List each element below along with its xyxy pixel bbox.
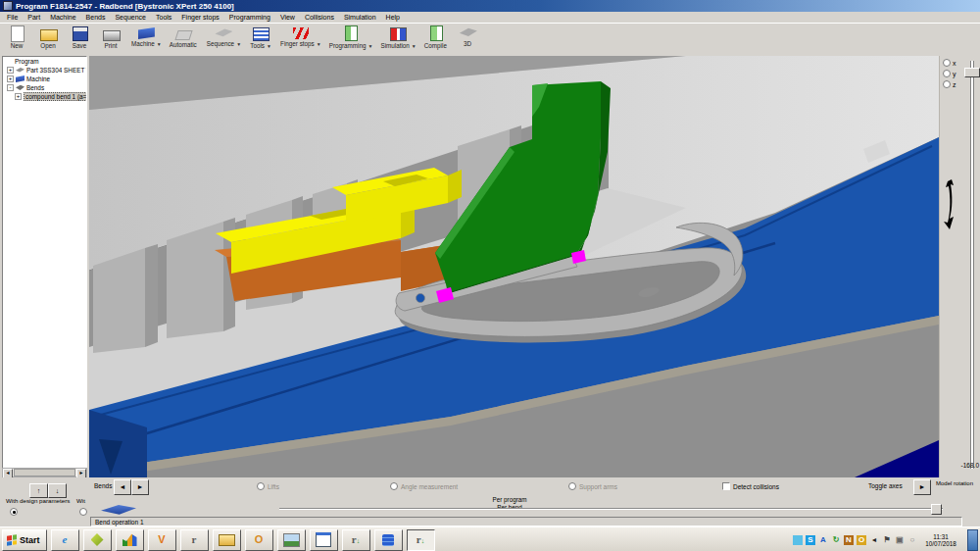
outlook[interactable]: O (245, 529, 273, 551)
toolbar-button[interactable]: 3D (453, 25, 484, 48)
menu-item[interactable]: Simulation (339, 12, 381, 23)
lifts-radio[interactable] (257, 482, 265, 490)
toolbar-button[interactable]: Automatic (166, 25, 203, 49)
without-parameters-radio[interactable] (79, 508, 87, 516)
onenote[interactable]: N (844, 535, 854, 545)
3d-viewport[interactable] (89, 56, 939, 477)
tree-item[interactable]: - Bends (3, 83, 86, 92)
next-bend-button[interactable]: ► (131, 479, 149, 495)
toggle-axes-button[interactable]: ► (913, 479, 931, 495)
tree-item[interactable]: + Part 3SS304 SHEET TO (3, 66, 86, 75)
detect-collisions-option[interactable]: Detect collisions (722, 482, 779, 490)
support-arms-radio[interactable] (568, 482, 576, 490)
detect-collisions-checkbox[interactable] (722, 482, 730, 490)
program-tree: Program + Part 3SS304 SHEET TO + Machine… (2, 56, 87, 472)
axis-radio[interactable] (943, 80, 951, 88)
network[interactable]: ▣ (895, 535, 905, 545)
toolbar-button[interactable]: Open (33, 25, 65, 50)
print-icon (103, 30, 121, 41)
rotate-cursor-icon (942, 179, 957, 230)
simulation-scene (89, 56, 939, 477)
clock-date: 10/07/2018 (920, 540, 961, 547)
simulation-trackbar-thumb[interactable] (931, 504, 942, 515)
radbend-active[interactable]: r (407, 529, 435, 551)
toolbar-button[interactable]: Simulation▼ (376, 25, 419, 50)
toolbar-button[interactable]: Finger stops▼ (276, 25, 325, 48)
folder[interactable] (213, 529, 241, 551)
axis-option[interactable]: z (943, 80, 980, 88)
internet-explorer[interactable]: e (51, 529, 79, 551)
dropdown-arrow-icon: ▼ (236, 41, 241, 47)
vero[interactable]: V (148, 529, 176, 551)
menu-item[interactable]: Tools (151, 12, 176, 23)
axis-radio[interactable] (943, 59, 951, 67)
skype[interactable]: S (806, 535, 815, 545)
sequence-icon (215, 25, 232, 39)
menu-item[interactable]: Help (381, 12, 405, 23)
tree-expander[interactable]: + (7, 67, 14, 74)
toolbar-button[interactable]: Machine▼ (127, 25, 166, 48)
toolbar-button[interactable]: Programming▼ (325, 25, 377, 50)
tree-expander[interactable]: + (7, 75, 14, 82)
menu-item[interactable]: Machine (45, 12, 80, 23)
status-text: Bend operation 1 (95, 519, 144, 526)
flag[interactable]: ⚑ (882, 535, 892, 545)
automatic-icon (175, 30, 193, 40)
window[interactable] (310, 529, 338, 551)
simulation-trackbar[interactable] (279, 508, 943, 510)
rotation-value: -168.0 (940, 462, 979, 469)
axis-radio[interactable] (943, 70, 951, 77)
tree-expander[interactable]: - (7, 84, 14, 91)
menu-item[interactable]: View (275, 12, 300, 23)
move-down-button[interactable]: ↓ (48, 483, 67, 498)
toolbar-button[interactable]: Print (96, 25, 127, 50)
status[interactable]: ○ (907, 535, 917, 545)
tree-item[interactable]: + Machine (3, 75, 86, 83)
toolbar-button[interactable]: Sequence▼ (203, 25, 245, 48)
menu-item[interactable]: Part (23, 12, 45, 23)
tree-item[interactable]: + compound bend 1 (a=90 (3, 92, 86, 101)
taskbar-clock[interactable]: 11:31 10/07/2018 (920, 533, 961, 547)
toolbar-button[interactable]: Compile (420, 25, 453, 50)
scrollbar-thumb[interactable] (14, 469, 75, 476)
pictures[interactable] (277, 529, 306, 551)
toolbar-button[interactable]: Tools▼ (245, 25, 276, 50)
with-design-parameters-radio[interactable] (10, 508, 18, 516)
menu-item[interactable]: Programming (224, 12, 275, 23)
lifts-option[interactable]: Lifts (257, 482, 279, 490)
shell[interactable] (83, 529, 112, 551)
toolbar-button[interactable]: Save (65, 25, 96, 50)
rotation-slider-track[interactable] (970, 61, 974, 469)
radbend[interactable]: r (342, 529, 370, 551)
move-up-button[interactable]: ↑ (29, 483, 48, 498)
tree-item[interactable]: Program (3, 57, 86, 66)
menu-item[interactable]: Sequence (110, 12, 151, 23)
support-arms-option[interactable]: Support arms (568, 482, 617, 490)
menu-item[interactable]: Collisions (300, 12, 339, 23)
angle-measurement-option[interactable]: Angle measurement (390, 482, 458, 490)
chart[interactable] (116, 529, 144, 551)
menu-item[interactable]: Finger stops (176, 12, 224, 23)
start-button[interactable]: Start (2, 529, 47, 551)
angle-measurement-radio[interactable] (390, 482, 398, 490)
radan[interactable]: r (180, 529, 209, 551)
menu-bar: FilePartMachineBendsSequenceToolsFinger … (0, 12, 980, 24)
outlook-tray[interactable]: O (857, 535, 866, 545)
tree-expander[interactable]: + (15, 93, 22, 100)
dropdown-arrow-icon: ▼ (368, 43, 373, 49)
toolbar: New Open Save Print Machine▼ Automatic S… (0, 24, 980, 58)
agent[interactable]: A (818, 535, 828, 545)
database[interactable] (374, 529, 403, 551)
menu-item[interactable]: File (2, 12, 23, 23)
menu-item[interactable]: Bends (81, 12, 111, 23)
previous-bend-button[interactable]: ◄ (114, 479, 131, 495)
toolbar-button[interactable]: New (2, 25, 33, 50)
show-desktop-button[interactable] (967, 529, 978, 551)
rotation-slider-thumb[interactable] (964, 68, 980, 77)
axis-option[interactable]: x (943, 59, 980, 67)
app-blue[interactable] (793, 535, 803, 545)
volume[interactable]: ◄ (869, 535, 879, 545)
sync[interactable]: ↻ (831, 535, 841, 545)
tree-horizontal-scrollbar[interactable]: ◄ ► (2, 468, 87, 477)
fingerstops-icon (293, 27, 309, 39)
